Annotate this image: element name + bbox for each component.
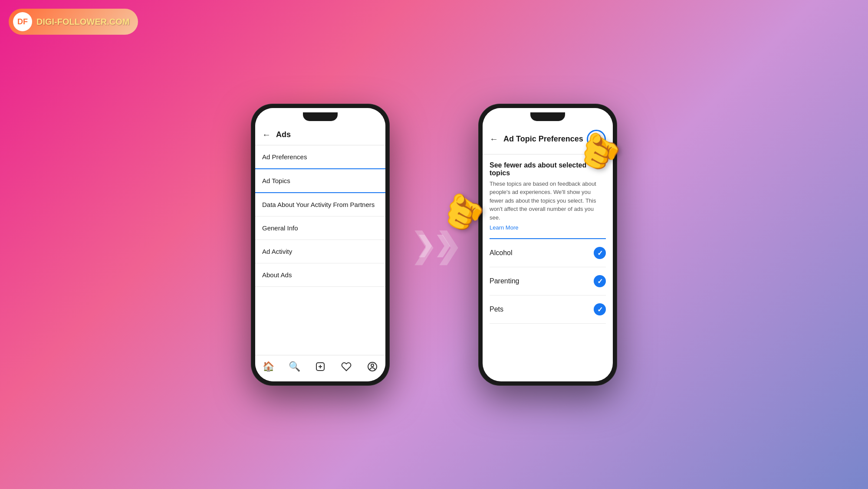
topic-item-pets[interactable]: Pets ✓: [490, 295, 606, 324]
topic-name-alcohol: Alcohol: [490, 249, 512, 257]
menu-item-ad-preferences[interactable]: Ad Preferences: [255, 145, 385, 169]
chevron-right-1: ❯: [416, 232, 434, 257]
topic-intro-text: These topics are based on feedback about…: [490, 180, 606, 222]
nav-profile-icon[interactable]: [366, 361, 378, 373]
phone-2-screen: ← Ad Topic Preferences Save See fewer ad…: [483, 108, 613, 381]
ad-topic-content: See fewer ads about selected topics Thes…: [483, 154, 613, 381]
menu-item-general-info[interactable]: General Info: [255, 217, 385, 240]
topic-check-alcohol[interactable]: ✓: [594, 247, 606, 259]
between-arrows: ❯ ❯: [416, 232, 452, 257]
topic-check-pets[interactable]: ✓: [594, 303, 606, 315]
phone-2-title: Ad Topic Preferences: [503, 135, 587, 144]
topic-name-parenting: Parenting: [490, 277, 519, 285]
logo-badge: DF DIGI-FOLLOWER.COM: [9, 9, 138, 35]
logo-text: DIGI-FOLLOWER.COM: [36, 17, 129, 27]
back-arrow-1[interactable]: ←: [262, 130, 271, 140]
notch-2: [530, 112, 565, 121]
nav-home-icon[interactable]: 🏠: [262, 361, 274, 373]
menu-item-ad-topics[interactable]: Ad Topics: [255, 169, 385, 193]
topic-item-parenting[interactable]: Parenting ✓: [490, 267, 606, 295]
svg-point-4: [371, 364, 374, 367]
phone-1-title: Ads: [276, 130, 378, 139]
nav-heart-icon[interactable]: [340, 361, 352, 373]
notch-1: [303, 112, 338, 121]
learn-more-link[interactable]: Learn More: [490, 224, 518, 231]
menu-item-about-ads[interactable]: About Ads: [255, 263, 385, 287]
save-button[interactable]: Save: [587, 130, 606, 149]
phone-1-menu: Ad Preferences Ad Topics Data About Your…: [255, 145, 385, 355]
back-arrow-2[interactable]: ←: [490, 134, 498, 144]
nav-add-icon[interactable]: [314, 361, 326, 373]
topics-list: Alcohol ✓ Parenting ✓ Pets ✓: [490, 238, 606, 324]
menu-item-data-activity[interactable]: Data About Your Activity From Partners: [255, 193, 385, 217]
phone-1: ← Ads Ad Preferences Ad Topics Data Abou…: [251, 104, 390, 386]
phones-wrapper: ← Ads Ad Preferences Ad Topics Data Abou…: [251, 104, 617, 386]
nav-search-icon[interactable]: 🔍: [288, 361, 300, 373]
topic-item-alcohol[interactable]: Alcohol ✓: [490, 239, 606, 267]
phone-2: ← Ad Topic Preferences Save See fewer ad…: [478, 104, 617, 386]
topic-check-parenting[interactable]: ✓: [594, 275, 606, 287]
menu-item-ad-activity[interactable]: Ad Activity: [255, 240, 385, 263]
chevron-right-2: ❯: [434, 232, 452, 257]
topic-intro-title: See fewer ads about selected topics: [490, 161, 606, 177]
topic-name-pets: Pets: [490, 305, 503, 313]
logo-icon: DF: [13, 12, 32, 31]
phone-1-screen: ← Ads Ad Preferences Ad Topics Data Abou…: [255, 108, 385, 381]
phone-1-bottom-nav: 🏠 🔍: [255, 355, 385, 381]
